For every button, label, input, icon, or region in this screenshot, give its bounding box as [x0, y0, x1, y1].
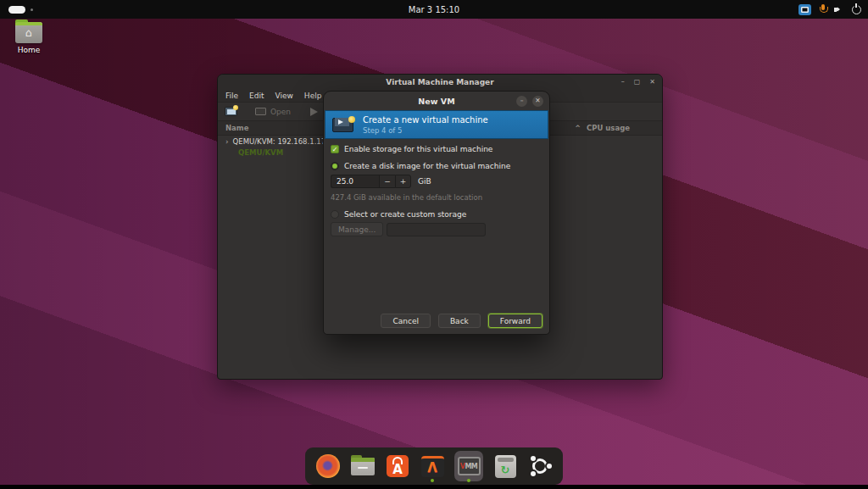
- create-vm-icon: [332, 116, 355, 134]
- dock-ubuntu[interactable]: [527, 451, 553, 481]
- enable-storage-checkbox[interactable]: ✓: [331, 145, 339, 153]
- top-panel: Mar 3 15:10: [0, 0, 868, 19]
- screen-bottom-edge: [0, 485, 868, 489]
- minimize-icon[interactable]: –: [621, 79, 625, 86]
- create-disk-row[interactable]: Create a disk image for the virtual mach…: [331, 162, 542, 170]
- cancel-button[interactable]: Cancel: [381, 314, 431, 328]
- system-tray: [798, 4, 861, 15]
- manage-button[interactable]: Manage...: [331, 222, 383, 236]
- vm-row-label: QEMU/KVM: [238, 148, 283, 157]
- dock-software-updater[interactable]: ↻: [492, 451, 518, 481]
- custom-storage-radio[interactable]: [331, 210, 339, 219]
- back-button[interactable]: Back: [438, 314, 481, 328]
- dock-firefox[interactable]: [315, 451, 341, 481]
- manage-row: Manage...: [331, 222, 542, 236]
- clock[interactable]: Mar 3 15:10: [409, 5, 459, 14]
- disk-size-input[interactable]: 25.0: [331, 175, 379, 188]
- running-indicator: [467, 479, 470, 482]
- dock-virt-manager[interactable]: VMM: [454, 451, 483, 481]
- terminal-app-icon: Λ: [421, 456, 444, 477]
- dialog-close-icon[interactable]: ✕: [532, 96, 543, 107]
- new-vm-dialog: New VM – ✕ Create a new virtual machine …: [323, 91, 550, 335]
- menu-edit[interactable]: Edit: [249, 92, 264, 100]
- spin-plus-button[interactable]: +: [395, 175, 411, 188]
- dialog-body: ✓ Enable storage for this virtual machin…: [324, 139, 549, 236]
- vmm-window-controls: – ▢ ✕: [621, 75, 655, 89]
- create-disk-radio[interactable]: [331, 162, 339, 170]
- dock-software-boutique[interactable]: A: [385, 451, 410, 481]
- speaker-icon[interactable]: [834, 4, 844, 14]
- input-source-icon[interactable]: [798, 4, 811, 15]
- disk-size-spinner: 25.0 − + GiB: [331, 175, 542, 188]
- sort-ascending-icon: ^: [575, 125, 581, 132]
- column-name[interactable]: Name: [218, 124, 248, 132]
- dock: A Λ VMM ↻: [305, 447, 563, 485]
- custom-storage-label: Select or create custom storage: [344, 210, 466, 219]
- desktop-screen: Mar 3 15:10 ⌂ Home Virtual Machine Manag…: [0, 0, 868, 489]
- new-vm-icon[interactable]: [225, 107, 237, 116]
- dialog-minimize-icon[interactable]: –: [516, 96, 527, 107]
- expander-icon[interactable]: ›: [225, 137, 229, 146]
- open-label: Open: [270, 108, 291, 116]
- create-disk-label: Create a disk image for the virtual mach…: [344, 162, 510, 170]
- forward-button[interactable]: Forward: [488, 314, 542, 328]
- microphone-icon[interactable]: [819, 4, 826, 15]
- software-boutique-icon: A: [387, 455, 409, 477]
- active-app-highlight: VMM: [454, 451, 483, 481]
- vmm-window-title: Virtual Machine Manager: [386, 78, 493, 86]
- enable-storage-label: Enable storage for this virtual machine: [344, 145, 492, 153]
- monitor-icon: [255, 108, 266, 115]
- custom-storage-row[interactable]: Select or create custom storage: [331, 210, 542, 219]
- spin-minus-button[interactable]: −: [379, 175, 395, 188]
- close-icon[interactable]: ✕: [649, 79, 655, 86]
- workspace-pill-icon: [8, 6, 25, 14]
- dialog-titlebar[interactable]: New VM – ✕: [324, 92, 549, 110]
- maximize-icon[interactable]: ▢: [634, 79, 641, 86]
- virt-manager-icon: VMM: [458, 457, 481, 475]
- menu-view[interactable]: View: [275, 92, 293, 100]
- menu-help[interactable]: Help: [304, 92, 322, 100]
- menu-file[interactable]: File: [225, 92, 238, 100]
- available-space-note: 427.4 GiB available in the default locat…: [331, 193, 542, 202]
- house-icon: ⌂: [15, 25, 42, 41]
- size-unit-label: GiB: [418, 177, 431, 186]
- dialog-controls: – ✕: [516, 92, 543, 110]
- ubuntu-logo-icon: [529, 455, 551, 477]
- file-manager-icon: [351, 458, 375, 475]
- power-icon[interactable]: [852, 5, 861, 14]
- dialog-footer: Cancel Back Forward: [381, 314, 542, 328]
- home-folder-icon: ⌂: [15, 22, 42, 43]
- workspace-dot-icon: [31, 8, 33, 11]
- desktop-home-shortcut[interactable]: ⌂ Home: [10, 22, 47, 54]
- wizard-title: Create a new virtual machine: [363, 115, 488, 125]
- cpu-usage-label: CPU usage: [587, 124, 630, 132]
- column-cpu-usage[interactable]: ^ CPU usage: [575, 124, 630, 132]
- activities-indicator[interactable]: [8, 6, 33, 14]
- enable-storage-row[interactable]: ✓ Enable storage for this virtual machin…: [331, 145, 542, 153]
- running-indicator: [431, 479, 434, 482]
- dock-files[interactable]: [350, 451, 376, 481]
- dock-terminal-app[interactable]: Λ: [420, 451, 445, 481]
- firefox-icon: [316, 454, 340, 478]
- vmm-titlebar[interactable]: Virtual Machine Manager – ▢ ✕: [218, 75, 662, 89]
- custom-storage-path-input[interactable]: [387, 223, 486, 236]
- connection-label: QEMU/KVM: 192.168.1.173: [233, 137, 331, 146]
- open-button[interactable]: Open: [255, 108, 291, 116]
- wizard-step: Step 4 of 5: [363, 126, 488, 135]
- dialog-title: New VM: [418, 97, 454, 106]
- run-icon[interactable]: [310, 108, 318, 116]
- wizard-header: Create a new virtual machine Step 4 of 5: [325, 110, 548, 139]
- software-updater-icon: ↻: [495, 455, 516, 478]
- home-label: Home: [10, 46, 47, 54]
